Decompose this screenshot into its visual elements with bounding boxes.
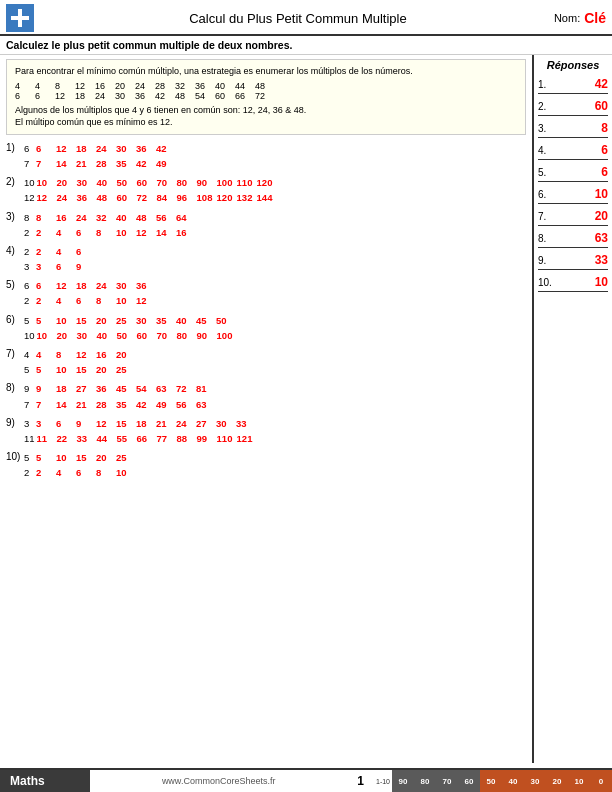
multiple-val: 30 — [216, 416, 234, 431]
multiple-val: 15 — [76, 450, 94, 465]
footer: Maths www.CommonCoreSheets.fr 1 1-10 908… — [0, 768, 612, 792]
info-row-6-first: 6 — [15, 91, 33, 101]
info-row-4: 4 4812162024283236404448 — [15, 81, 517, 91]
multiple-val: 16 — [176, 225, 194, 240]
multiple-val: 4 — [56, 225, 74, 240]
multiple-val: 10 — [116, 465, 134, 480]
problem-rows-3: 88162432404856642246810121416 — [24, 210, 194, 240]
multiple-val: 22 — [57, 431, 75, 446]
first-num: 8 — [24, 210, 34, 225]
multiple-val: 10 — [116, 293, 134, 308]
first-num: 4 — [24, 347, 34, 362]
multiple-val: 35 — [156, 313, 174, 328]
problem-num-10: 10) — [6, 450, 24, 462]
multiple-val: 8 — [36, 210, 54, 225]
num-row-8-1: 991827364554637281 — [24, 381, 214, 396]
answer-value: 6 — [556, 165, 608, 179]
first-num: 2 — [24, 465, 34, 480]
multiple-val: 2 — [36, 244, 54, 259]
multiple-val: 12 — [56, 141, 74, 156]
multiple-val: 45 — [196, 313, 214, 328]
problem-num-9: 9) — [6, 416, 24, 428]
num-row-1-1: 66121824303642 — [24, 141, 174, 156]
first-num: 12 — [24, 190, 35, 205]
score-box-5: 50 — [480, 770, 502, 792]
score-box-1: 90 — [392, 770, 414, 792]
multiple-val: 14 — [56, 156, 74, 171]
multiple-val: 20 — [96, 450, 114, 465]
page: Calcul du Plus Petit Commun Multiple Nom… — [0, 0, 612, 792]
problems-container: 1)66121824303642771421283542492)10102030… — [6, 141, 526, 481]
multiple-val: 18 — [56, 381, 74, 396]
score-box-9: 10 — [568, 770, 590, 792]
multiple-val: 21 — [156, 416, 174, 431]
answer-num-label: 2. — [538, 101, 556, 112]
multiple-val: 32 — [96, 210, 114, 225]
first-num: 11 — [24, 431, 35, 446]
score-box-2: 80 — [414, 770, 436, 792]
multiple-val: 20 — [96, 362, 114, 377]
num-row-2-2: 121224364860728496108120132144 — [24, 190, 275, 205]
multiple-val: 10 — [37, 328, 55, 343]
problem-7: 7)4481216205510152025 — [6, 347, 526, 377]
answer-row-9: 9.33 — [538, 253, 608, 270]
multiple-val: 25 — [116, 450, 134, 465]
multiple-val: 6 — [76, 293, 94, 308]
multiple-val: 64 — [176, 210, 194, 225]
answer-value: 42 — [556, 77, 608, 91]
num-row-5-1: 661218243036 — [24, 278, 154, 293]
multiple-val: 63 — [196, 397, 214, 412]
problem-num-1: 1) — [6, 141, 24, 153]
answer-num-label: 8. — [538, 233, 556, 244]
problem-rows-8: 991827364554637281771421283542495663 — [24, 381, 214, 411]
multiple-val: 24 — [96, 278, 114, 293]
multiple-val: 63 — [156, 381, 174, 396]
problem-num-5: 5) — [6, 278, 24, 290]
info-box: Para encontrar el mínimo común múltiplo,… — [6, 59, 526, 135]
multiple-val: 9 — [76, 259, 94, 274]
multiple-val: 48 — [136, 210, 154, 225]
multiple-val: 110 — [237, 175, 255, 190]
multiple-val: 12 — [76, 347, 94, 362]
num-row-5-2: 224681012 — [24, 293, 154, 308]
problem-rows-7: 4481216205510152025 — [24, 347, 134, 377]
answer-row-6: 6.10 — [538, 187, 608, 204]
multiple-val: 9 — [36, 381, 54, 396]
num-row-6-1: 55101520253035404550 — [24, 313, 235, 328]
first-num: 7 — [24, 156, 34, 171]
multiple-val: 14 — [156, 225, 174, 240]
multiple-val: 11 — [37, 431, 55, 446]
multiple-val: 20 — [96, 313, 114, 328]
multiple-val: 35 — [116, 156, 134, 171]
multiple-val: 6 — [56, 416, 74, 431]
multiple-val: 72 — [137, 190, 155, 205]
answer-value: 6 — [556, 143, 608, 157]
score-box-3: 70 — [436, 770, 458, 792]
first-num: 2 — [24, 293, 34, 308]
answer-num-label: 6. — [538, 189, 556, 200]
answer-value: 8 — [556, 121, 608, 135]
answer-value: 60 — [556, 99, 608, 113]
answer-value: 10 — [556, 187, 608, 201]
problem-6: 6)55101520253035404550101020304050607080… — [6, 313, 526, 343]
multiple-val: 4 — [56, 465, 74, 480]
multiple-val: 120 — [217, 190, 235, 205]
problem-10: 10)55101520252246810 — [6, 450, 526, 480]
problem-rows-1: 6612182430364277142128354249 — [24, 141, 174, 171]
problem-num-2: 2) — [6, 175, 24, 187]
multiple-val: 15 — [116, 416, 134, 431]
multiple-val: 33 — [236, 416, 254, 431]
page-title: Calcul du Plus Petit Commun Multiple — [42, 11, 554, 26]
multiple-val: 10 — [37, 175, 55, 190]
answer-num-label: 7. — [538, 211, 556, 222]
answer-num-label: 10. — [538, 277, 556, 288]
first-num: 5 — [24, 362, 34, 377]
multiple-val: 33 — [77, 431, 95, 446]
multiple-val: 66 — [137, 431, 155, 446]
multiple-val: 25 — [116, 362, 134, 377]
num-row-9-2: 11112233445566778899110121 — [24, 431, 255, 446]
multiple-val: 40 — [97, 328, 115, 343]
answer-value: 63 — [556, 231, 608, 245]
multiple-val: 70 — [157, 328, 175, 343]
multiple-val: 40 — [116, 210, 134, 225]
